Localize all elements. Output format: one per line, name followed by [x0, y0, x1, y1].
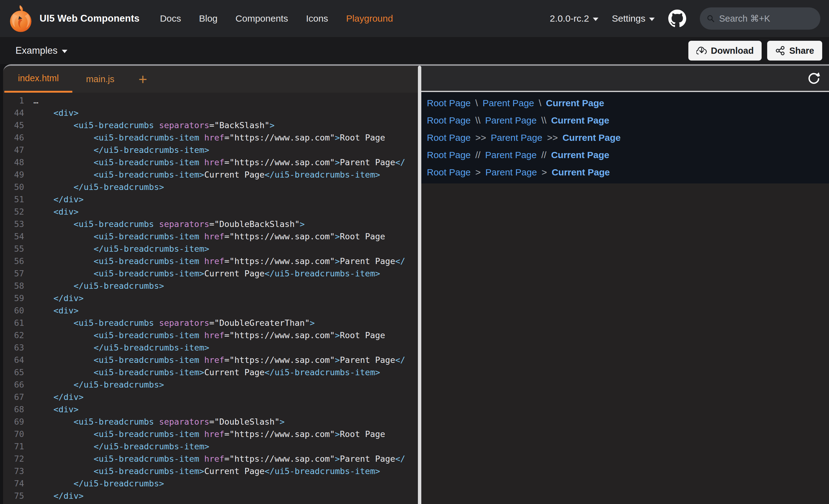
line-number: 53 — [3, 218, 24, 230]
line-number: 51 — [3, 193, 24, 206]
line-number: 48 — [3, 156, 24, 169]
line-number: 56 — [3, 255, 24, 267]
preview-toolbar — [421, 66, 829, 92]
code-line: 49 <ui5-breadcrumbs-item>Current Page</u… — [3, 169, 418, 181]
line-number: 50 — [3, 181, 24, 193]
ui5-phoenix-logo-icon — [8, 4, 33, 33]
code-line: 57 <ui5-breadcrumbs-item>Current Page</u… — [3, 267, 418, 280]
breadcrumb-link-parent[interactable]: Parent Page — [485, 167, 537, 178]
code-line: 68 <div> — [3, 403, 418, 416]
nav-link-blog[interactable]: Blog — [199, 13, 218, 24]
code-line: 70 <ui5-breadcrumbs-item href="https://w… — [3, 428, 418, 440]
version-dropdown[interactable]: 2.0.0-rc.2 — [550, 13, 599, 24]
line-content: <ui5-breadcrumbs separators="DoubleBackS… — [24, 218, 305, 230]
line-content: </div> — [24, 193, 84, 206]
breadcrumbs-row: Root Page>Parent Page>Current Page — [427, 164, 829, 181]
code-line: 58 </ui5-breadcrumbs> — [3, 280, 418, 292]
tab-index.html[interactable]: index.html — [4, 66, 72, 93]
line-content: <ui5-breadcrumbs-item>Current Page</ui5-… — [24, 465, 380, 477]
preview-result: Root Page\Parent Page\Current PageRoot P… — [421, 92, 829, 184]
github-icon[interactable] — [668, 9, 686, 28]
line-number: 45 — [3, 119, 24, 131]
actions: Download Share — [688, 41, 822, 61]
refresh-icon[interactable] — [807, 71, 821, 85]
code-line: 72 <ui5-breadcrumbs-item href="https://w… — [3, 453, 418, 465]
line-number: 47 — [3, 144, 24, 156]
code-line: 44 <div> — [3, 107, 418, 119]
breadcrumb-link-parent[interactable]: Parent Page — [485, 150, 537, 160]
examples-label: Examples — [15, 45, 58, 56]
preview-background — [421, 184, 829, 504]
code-area[interactable]: 1…44 <div>45 <ui5-breadcrumbs separators… — [3, 93, 418, 504]
code-line: 71 </ui5-breadcrumbs-item> — [3, 440, 418, 453]
breadcrumb-separator: >> — [475, 132, 486, 143]
download-button[interactable]: Download — [688, 41, 762, 61]
breadcrumb-link-root[interactable]: Root Page — [427, 115, 471, 126]
nav-links: DocsBlogComponentsIconsPlayground — [160, 13, 393, 24]
breadcrumb-current-page: Current Page — [551, 115, 609, 126]
panel-resize-handle[interactable] — [418, 66, 421, 504]
nav-link-docs[interactable]: Docs — [160, 13, 181, 24]
code-line: 48 <ui5-breadcrumbs-item href="https://w… — [3, 156, 418, 169]
code-line: 1… — [3, 94, 418, 107]
breadcrumb-link-parent[interactable]: Parent Page — [491, 132, 542, 143]
nav-link-components[interactable]: Components — [236, 13, 288, 24]
line-content: <ui5-breadcrumbs-item href="https://www.… — [24, 453, 405, 465]
breadcrumb-separator: \ — [539, 98, 541, 108]
breadcrumb-link-parent[interactable]: Parent Page — [485, 115, 537, 126]
line-number: 63 — [3, 342, 24, 354]
settings-dropdown[interactable]: Settings — [612, 13, 655, 24]
line-number: 70 — [3, 428, 24, 440]
code-line: 66 </ui5-breadcrumbs> — [3, 379, 418, 391]
line-content: </div> — [24, 490, 84, 502]
breadcrumb-link-root[interactable]: Root Page — [427, 98, 471, 108]
code-line: 52 <div> — [3, 206, 418, 218]
chevron-down-icon — [593, 17, 599, 21]
playground-panel: index.htmlmain.js+ 1…44 <div>45 <ui5-bre… — [3, 64, 829, 504]
line-content: … — [24, 94, 38, 107]
line-number: 69 — [3, 416, 24, 428]
chevron-down-icon — [649, 17, 655, 21]
line-content: <ui5-breadcrumbs separators="DoubleSlash… — [24, 416, 285, 428]
nav-link-icons[interactable]: Icons — [306, 13, 328, 24]
line-content: <ui5-breadcrumbs-item href="https://www.… — [24, 255, 405, 267]
examples-dropdown[interactable]: Examples — [15, 45, 67, 56]
cloud-download-icon — [696, 46, 707, 55]
breadcrumb-separator: \\ — [475, 115, 481, 126]
breadcrumb-link-root[interactable]: Root Page — [427, 150, 471, 160]
breadcrumb-link-parent[interactable]: Parent Page — [482, 98, 534, 108]
code-line: 64 <ui5-breadcrumbs-item href="https://w… — [3, 354, 418, 366]
code-line: 61 <ui5-breadcrumbs separators="DoubleGr… — [3, 317, 418, 329]
code-line: 76 <div> — [3, 502, 418, 504]
breadcrumb-separator: // — [475, 150, 481, 160]
share-button[interactable]: Share — [767, 41, 822, 61]
line-number: 59 — [3, 292, 24, 305]
code-line: 56 <ui5-breadcrumbs-item href="https://w… — [3, 255, 418, 267]
share-icon — [775, 46, 785, 55]
code-line: 63 </ui5-breadcrumbs-item> — [3, 342, 418, 354]
line-number: 68 — [3, 403, 24, 416]
add-tab-button[interactable]: + — [139, 66, 147, 93]
code-line: 55 </ui5-breadcrumbs-item> — [3, 243, 418, 255]
line-number: 66 — [3, 379, 24, 391]
code-editor[interactable]: index.htmlmain.js+ 1…44 <div>45 <ui5-bre… — [3, 66, 418, 504]
breadcrumb-link-root[interactable]: Root Page — [427, 167, 471, 178]
line-number: 64 — [3, 354, 24, 366]
code-line: 73 <ui5-breadcrumbs-item>Current Page</u… — [3, 465, 418, 477]
line-number: 1 — [3, 94, 24, 107]
line-content: </ui5-breadcrumbs> — [24, 379, 164, 391]
search-input[interactable] — [719, 13, 814, 24]
line-number: 61 — [3, 317, 24, 329]
code-line: 67 </div> — [3, 391, 418, 403]
line-content: </ui5-breadcrumbs-item> — [24, 342, 209, 354]
nav-link-playground[interactable]: Playground — [346, 13, 393, 24]
breadcrumb-current-page: Current Page — [551, 150, 609, 160]
breadcrumb-link-root[interactable]: Root Page — [427, 132, 471, 143]
tab-main.js[interactable]: main.js — [72, 66, 128, 93]
line-content: <div> — [24, 305, 78, 317]
search-box[interactable] — [700, 7, 820, 30]
line-content: <ui5-breadcrumbs-item href="https://www.… — [24, 131, 385, 144]
version-label: 2.0.0-rc.2 — [550, 13, 589, 24]
line-content: <ui5-breadcrumbs-item href="https://www.… — [24, 428, 385, 440]
code-line: 53 <ui5-breadcrumbs separators="DoubleBa… — [3, 218, 418, 230]
